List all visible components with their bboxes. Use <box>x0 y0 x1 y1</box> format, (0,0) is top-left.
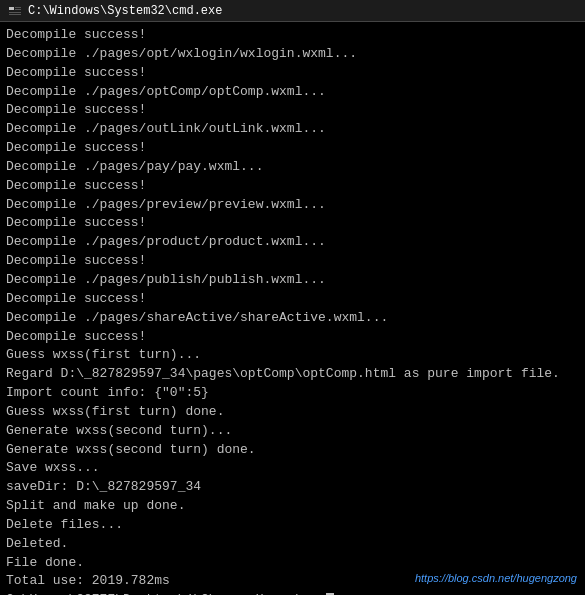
svg-rect-2 <box>15 7 21 8</box>
terminal-line: Import count info: {"0":5} <box>6 384 579 403</box>
terminal-line: Generate wxss(second turn)... <box>6 422 579 441</box>
watermark: https://blog.csdn.net/hugengzong <box>415 571 577 587</box>
terminal-line: Decompile success! <box>6 139 579 158</box>
terminal-line: Decompile success! <box>6 26 579 45</box>
terminal-output: Decompile success!Decompile ./pages/opt/… <box>6 26 579 595</box>
terminal-line: Decompile success! <box>6 64 579 83</box>
terminal-line: Generate wxss(second turn) done. <box>6 441 579 460</box>
terminal-line: Decompile ./pages/opt/wxlogin/wxlogin.wx… <box>6 45 579 64</box>
terminal-line: Regard D:\_827829597_34\pages\optComp\op… <box>6 365 579 384</box>
terminal-line: Save wxss... <box>6 459 579 478</box>
svg-rect-5 <box>9 14 21 15</box>
title-bar-text: C:\Windows\System32\cmd.exe <box>28 4 577 18</box>
svg-rect-4 <box>9 12 21 13</box>
terminal-line: Split and make up done. <box>6 497 579 516</box>
terminal-line: Decompile ./pages/outLink/outLink.wxml..… <box>6 120 579 139</box>
terminal-line: Decompile success! <box>6 252 579 271</box>
terminal-line: File done. <box>6 554 579 573</box>
terminal-line: Deleted. <box>6 535 579 554</box>
svg-rect-1 <box>9 7 14 10</box>
svg-rect-0 <box>8 4 22 18</box>
terminal-line: Decompile success! <box>6 290 579 309</box>
title-bar: C:\Windows\System32\cmd.exe <box>0 0 585 22</box>
terminal-line: Decompile ./pages/optComp/optComp.wxml..… <box>6 83 579 102</box>
terminal-line: Decompile ./pages/preview/preview.wxml..… <box>6 196 579 215</box>
terminal-line: Guess wxss(first turn) done. <box>6 403 579 422</box>
terminal-body: Decompile success!Decompile ./pages/opt/… <box>0 22 585 595</box>
cmd-icon <box>8 4 22 18</box>
terminal-line: Decompile success! <box>6 177 579 196</box>
terminal-line: Decompile ./pages/shareActive/shareActiv… <box>6 309 579 328</box>
terminal-line: C:\Users\28777\Desktop\jb3\wxappUnpacker… <box>6 591 579 595</box>
terminal-line: Decompile success! <box>6 101 579 120</box>
terminal-line: saveDir: D:\_827829597_34 <box>6 478 579 497</box>
terminal-line: Decompile ./pages/publish/publish.wxml..… <box>6 271 579 290</box>
terminal-line: Decompile ./pages/pay/pay.wxml... <box>6 158 579 177</box>
terminal-line: Decompile ./pages/product/product.wxml..… <box>6 233 579 252</box>
terminal-line: Decompile success! <box>6 328 579 347</box>
terminal-line: Guess wxss(first turn)... <box>6 346 579 365</box>
svg-rect-3 <box>15 9 21 10</box>
terminal-line: Delete files... <box>6 516 579 535</box>
terminal-line: Decompile success! <box>6 214 579 233</box>
